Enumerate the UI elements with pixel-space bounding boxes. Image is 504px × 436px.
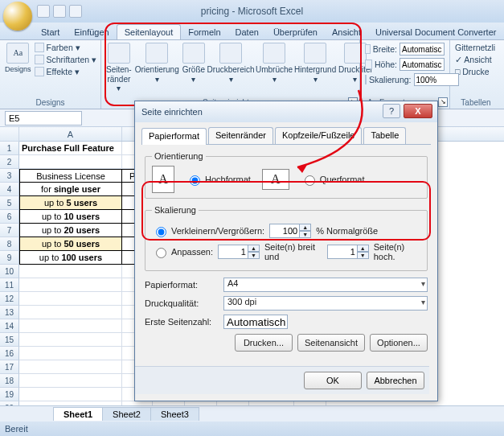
- page-icon-1: [145, 43, 168, 64]
- cell[interactable]: [19, 265, 122, 278]
- dlg-tab-kopfzeile[interactable]: Kopfzeile/Fußzeile: [275, 127, 363, 144]
- paperformat-select[interactable]: A4: [223, 278, 428, 292]
- cell[interactable]: [19, 388, 122, 401]
- fit-height-spinner[interactable]: ▲▼: [327, 245, 369, 259]
- cell[interactable]: [19, 155, 122, 169]
- page-btn-5[interactable]: Hintergrund ▾: [295, 43, 335, 93]
- row-header[interactable]: 1: [0, 142, 19, 155]
- tab-formeln[interactable]: Formeln: [181, 25, 227, 39]
- cell[interactable]: Business License: [19, 169, 122, 183]
- sheet-tab-3[interactable]: Sheet3: [150, 407, 199, 421]
- select-all-corner[interactable]: [0, 127, 19, 142]
- sheet-tab-2[interactable]: Sheet2: [102, 407, 151, 421]
- cell[interactable]: up to 10 users: [19, 210, 122, 224]
- grid-row-2[interactable]: □ Drucke: [455, 67, 497, 76]
- ok-button[interactable]: OK: [304, 372, 362, 389]
- row-header[interactable]: 12: [0, 292, 19, 306]
- cell[interactable]: [19, 319, 122, 333]
- preview-button[interactable]: Seitenansicht: [297, 334, 365, 352]
- tab-seitenlayout[interactable]: Seitenlayout: [117, 24, 182, 39]
- options-button[interactable]: Optionen...: [370, 334, 428, 352]
- qat-save-icon[interactable]: [37, 5, 50, 18]
- tab-udc[interactable]: Universal Document Converter: [368, 25, 503, 39]
- page-btn-4[interactable]: Umbrüche ▾: [256, 43, 292, 93]
- cell[interactable]: up to 5 users: [19, 196, 122, 210]
- colors-button[interactable]: Farben ▾: [35, 43, 97, 52]
- qat-undo-icon[interactable]: [53, 5, 66, 18]
- cell[interactable]: [19, 333, 122, 347]
- sheet-tab-1[interactable]: Sheet1: [53, 407, 103, 421]
- scale-launcher[interactable]: ↘: [438, 97, 448, 107]
- dialog-close-button[interactable]: X: [404, 104, 432, 118]
- row-header[interactable]: 5: [0, 196, 19, 210]
- row-header[interactable]: 15: [0, 333, 19, 347]
- name-box-input[interactable]: [5, 111, 82, 125]
- dialog-titlebar[interactable]: Seite einrichten ? X: [135, 101, 437, 122]
- chevron-up-icon[interactable]: ▲: [299, 224, 311, 231]
- cell[interactable]: [19, 306, 122, 319]
- radio-landscape[interactable]: Querformat: [301, 173, 365, 186]
- dlg-tab-seitenraender[interactable]: Seitenränder: [208, 127, 273, 144]
- cell[interactable]: up to 50 users: [19, 237, 122, 251]
- col-A[interactable]: A: [19, 127, 122, 141]
- qat-redo-icon[interactable]: [69, 5, 82, 18]
- cell[interactable]: [19, 278, 122, 292]
- row-header[interactable]: 3: [0, 169, 19, 183]
- office-orb[interactable]: [3, 2, 32, 31]
- orientation-fieldset: Orientierung A Hochformat A Querformat: [145, 151, 428, 199]
- tab-daten[interactable]: Daten: [228, 25, 266, 39]
- fonts-button[interactable]: Schriftarten ▾: [35, 55, 97, 64]
- dialog-help-button[interactable]: ?: [383, 104, 400, 118]
- row-header[interactable]: 11: [0, 278, 19, 292]
- effects-button[interactable]: Effekte ▾: [35, 67, 97, 76]
- radio-portrait[interactable]: Hochformat: [186, 173, 251, 186]
- row-header[interactable]: 17: [0, 360, 19, 374]
- quality-select[interactable]: 300 dpi: [223, 296, 428, 311]
- cell[interactable]: [19, 347, 122, 360]
- cell[interactable]: [19, 292, 122, 306]
- row-header[interactable]: 14: [0, 319, 19, 333]
- chevron-down-icon[interactable]: ▼: [299, 231, 311, 238]
- cancel-button[interactable]: Abbrechen: [367, 372, 424, 389]
- tab-start[interactable]: Start: [34, 25, 67, 39]
- row-header[interactable]: 10: [0, 265, 19, 278]
- page-btn-1[interactable]: Orientierung ▾: [135, 43, 179, 93]
- dlg-tab-papierformat[interactable]: Papierformat: [141, 128, 207, 145]
- print-button[interactable]: Drucken...: [235, 334, 293, 352]
- page-btn-0[interactable]: Seiten-ränder ▾: [106, 43, 132, 93]
- themes-button[interactable]: AaDesigns: [5, 43, 31, 76]
- scale-row-2[interactable]: Skalierung:: [365, 73, 445, 86]
- page-btn-3[interactable]: Druckbereich ▾: [208, 43, 253, 93]
- cell[interactable]: up to 100 users: [19, 251, 122, 265]
- row-header[interactable]: 2: [0, 155, 19, 169]
- row-header[interactable]: 6: [0, 210, 19, 224]
- dlg-tab-tabelle[interactable]: Tabelle: [363, 127, 406, 144]
- fit-width-spinner[interactable]: ▲▼: [218, 245, 260, 259]
- dialog-tabs: Papierformat Seitenränder Kopfzeile/Fußz…: [141, 127, 431, 145]
- tab-ueberpruefen[interactable]: Überprüfen: [266, 25, 325, 39]
- cell[interactable]: [19, 360, 122, 374]
- firstpage-input[interactable]: [223, 315, 288, 329]
- row-header[interactable]: 7: [0, 224, 19, 237]
- scale-row-1[interactable]: Höhe:: [365, 58, 445, 71]
- cell[interactable]: Purchase Full Feature: [19, 142, 122, 155]
- row-header[interactable]: 18: [0, 374, 19, 388]
- grid-row-1[interactable]: ✓ Ansicht: [455, 55, 497, 64]
- row-header[interactable]: 9: [0, 251, 19, 265]
- zoom-spinner[interactable]: ▲▼: [269, 224, 311, 238]
- page-btn-2[interactable]: Größe ▾: [182, 43, 205, 93]
- row-header[interactable]: 13: [0, 306, 19, 319]
- row-header[interactable]: 4: [0, 183, 19, 196]
- radio-fit[interactable]: Anpassen:: [152, 245, 213, 258]
- row-header[interactable]: 8: [0, 237, 19, 251]
- radio-zoom[interactable]: Verkleinern/Vergrößern:: [152, 224, 264, 237]
- tab-einfuegen[interactable]: Einfügen: [67, 25, 116, 39]
- tab-ansicht[interactable]: Ansicht: [325, 25, 368, 39]
- row-header[interactable]: 19: [0, 388, 19, 401]
- cell[interactable]: for single user: [19, 183, 122, 196]
- cell[interactable]: [19, 374, 122, 388]
- cell[interactable]: up to 20 users: [19, 224, 122, 237]
- scale-row-0[interactable]: Breite:: [365, 43, 445, 56]
- row-header[interactable]: 16: [0, 347, 19, 360]
- grid-row-0[interactable]: Gitternetzli: [455, 43, 497, 52]
